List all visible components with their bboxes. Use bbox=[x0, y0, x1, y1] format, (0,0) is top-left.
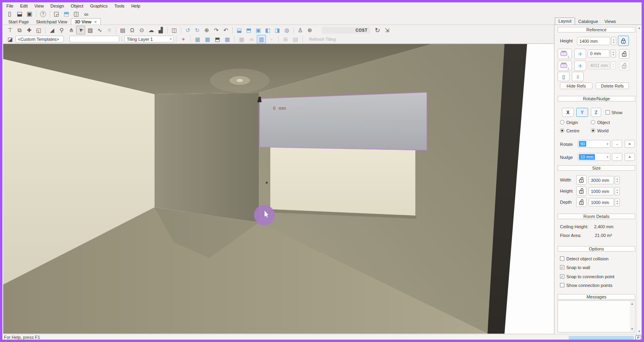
hide-refs-button[interactable]: Hide Refs bbox=[560, 82, 592, 89]
nudge-dropdown[interactable]: 10 mm▾ bbox=[578, 153, 610, 161]
width-lock-button[interactable] bbox=[576, 175, 587, 185]
lasso-select-icon[interactable]: ∿ bbox=[95, 26, 104, 34]
width-input[interactable]: 3000 mm bbox=[589, 176, 614, 184]
axis-y-button[interactable]: Y bbox=[576, 108, 588, 117]
camera-icon[interactable]: ⊙ bbox=[137, 26, 146, 34]
tab-catalogue[interactable]: Catalogue bbox=[575, 18, 601, 25]
copy-view-icon[interactable]: ◫ bbox=[170, 26, 179, 34]
tab-start-page[interactable]: Start Page bbox=[5, 19, 32, 25]
pan-tool-icon[interactable]: ☝ bbox=[105, 26, 114, 34]
position1-button[interactable]: ✛ bbox=[574, 49, 586, 59]
reference-section-header[interactable]: Reference bbox=[558, 27, 635, 32]
save-icon[interactable]: ▣ bbox=[25, 10, 34, 18]
scroll-down-icon[interactable]: ▼ bbox=[631, 327, 634, 331]
wall-pair-button[interactable]: ▯ bbox=[572, 72, 584, 81]
snap-to-wall-checkbox[interactable] bbox=[560, 265, 564, 269]
axis-x-button[interactable]: X bbox=[562, 108, 574, 117]
path-tool-icon[interactable]: ⋔ bbox=[67, 26, 76, 34]
person-view-icon[interactable]: ♙ bbox=[296, 26, 305, 34]
width-spinner[interactable]: ▴▾ bbox=[615, 176, 620, 184]
menu-tools[interactable]: Tools bbox=[114, 4, 124, 8]
menu-view[interactable]: View bbox=[34, 4, 44, 8]
tile-select-icon[interactable]: ▦ bbox=[193, 35, 202, 44]
centre-radio[interactable] bbox=[560, 128, 564, 133]
wall-section-button[interactable]: ▯ bbox=[558, 72, 569, 81]
close-tab-icon[interactable]: × bbox=[94, 19, 97, 24]
nudge-plus-button[interactable]: + bbox=[625, 153, 635, 161]
item-list-icon[interactable]: ▤ bbox=[118, 26, 127, 34]
panel-scrollbar[interactable]: ▲ ▼ bbox=[636, 25, 642, 334]
menu-file[interactable]: File bbox=[6, 4, 13, 8]
menu-design[interactable]: Design bbox=[50, 4, 64, 8]
vr-view-icon[interactable]: ∞ bbox=[81, 10, 91, 18]
view-cube-left-icon[interactable]: ◧ bbox=[263, 26, 272, 34]
duplicate-icon[interactable]: ⧉ bbox=[15, 26, 24, 34]
tab-views[interactable]: Views bbox=[601, 18, 619, 25]
detect-collision-checkbox[interactable] bbox=[560, 256, 564, 261]
room-details-section-header[interactable]: Room Details bbox=[558, 214, 635, 219]
tab-sketchpad-view[interactable]: Sketchpad View bbox=[32, 19, 71, 25]
magic-wand-icon[interactable]: ✦ bbox=[179, 35, 188, 44]
messages-scrollbar[interactable]: ▲ ▼ bbox=[630, 301, 634, 332]
nudge-minus-button[interactable]: - bbox=[612, 153, 622, 161]
depth-input[interactable]: 1000 mm bbox=[589, 198, 614, 206]
cost-field[interactable]: COST bbox=[322, 27, 370, 34]
refresh-cost-icon[interactable]: ↻ bbox=[373, 26, 382, 34]
menu-graphics[interactable]: Graphics bbox=[90, 4, 107, 8]
scroll-down-icon[interactable]: ▼ bbox=[638, 330, 641, 333]
world-view-icon[interactable]: ⊛ bbox=[305, 26, 314, 34]
reference1-spinner[interactable]: ▴▾ bbox=[611, 50, 616, 57]
status-p-badge[interactable]: P bbox=[635, 335, 641, 340]
lighting-icon[interactable]: Ω bbox=[128, 26, 137, 34]
options-section-header[interactable]: Options bbox=[558, 246, 635, 252]
chart-icon[interactable]: ▟ bbox=[156, 26, 165, 34]
position2-button[interactable]: ✛ bbox=[574, 61, 586, 71]
rotate-dropdown[interactable]: 90▾ bbox=[578, 140, 610, 148]
reference1-lock-button[interactable] bbox=[619, 49, 629, 59]
reference1-button[interactable]: 1 bbox=[558, 49, 572, 59]
awning-tool-icon[interactable]: ◢ bbox=[48, 26, 57, 34]
capture-region-icon[interactable]: ◱ bbox=[34, 26, 43, 34]
world-radio[interactable] bbox=[591, 128, 595, 133]
tiling-pattern-icon[interactable]: ▥ bbox=[257, 35, 266, 44]
orbit-ccw-icon[interactable]: ↶ bbox=[221, 26, 230, 34]
sketchpad-view-icon[interactable]: ◫ bbox=[71, 10, 81, 18]
tile-options-icon[interactable]: ▦ bbox=[223, 35, 232, 44]
height-size-spinner[interactable]: ▴▾ bbox=[615, 187, 620, 195]
zoom-orbit-icon[interactable]: ⊕ bbox=[202, 26, 211, 34]
screenshot-view-icon[interactable]: ◲ bbox=[52, 10, 61, 18]
tiling-layer-combo[interactable]: Tiling Layer 1▾ bbox=[124, 36, 174, 42]
height-lock-button[interactable] bbox=[618, 36, 629, 46]
scroll-up-icon[interactable]: ▲ bbox=[638, 26, 641, 30]
tile-cube-icon[interactable]: ⬒ bbox=[213, 35, 222, 44]
show-axis-checkbox[interactable] bbox=[606, 110, 610, 115]
view-cube-iso-icon[interactable]: ◍ bbox=[282, 26, 291, 34]
delete-refs-button[interactable]: Delete Refs bbox=[596, 82, 629, 89]
tile-search-icon[interactable]: ▩ bbox=[203, 35, 212, 44]
walkthrough-icon[interactable]: ⚲ bbox=[57, 26, 66, 34]
messages-section-header[interactable]: Messages bbox=[558, 294, 635, 300]
new-document-icon[interactable]: ▯ bbox=[5, 10, 15, 18]
marquee-select-icon[interactable]: ▧ bbox=[86, 26, 95, 34]
snap-to-connection-checkbox[interactable] bbox=[560, 274, 564, 279]
reference-height-input[interactable]: 1400 mm bbox=[577, 37, 610, 45]
height-size-lock-button[interactable] bbox=[576, 186, 587, 196]
view-cube-front-icon[interactable]: ⬓ bbox=[235, 26, 244, 34]
open-folder-icon[interactable]: ⬓ bbox=[15, 10, 25, 18]
reference2-button[interactable]: 2 bbox=[558, 61, 572, 71]
view-cube-right-icon[interactable]: ◨ bbox=[273, 26, 282, 34]
reference1-offset-input[interactable]: 0 mm bbox=[588, 50, 610, 57]
move-tool-icon[interactable]: ✚ bbox=[25, 26, 34, 34]
3d-view-icon[interactable]: ⬒ bbox=[61, 10, 71, 18]
rotate-nudge-section-header[interactable]: Rotate/Nudge bbox=[558, 96, 635, 101]
rotate-plus-button[interactable]: + bbox=[625, 140, 635, 148]
object-radio[interactable] bbox=[591, 120, 595, 124]
template-search-input[interactable] bbox=[69, 36, 119, 42]
template-combo[interactable]: <Custom Templates> bbox=[15, 36, 64, 42]
view-cube-solid-icon[interactable]: ▣ bbox=[254, 26, 263, 34]
height-size-input[interactable]: 1000 mm bbox=[589, 187, 614, 195]
tab-3d-view[interactable]: 3D View× bbox=[71, 18, 101, 25]
scroll-up-icon[interactable]: ▲ bbox=[631, 302, 634, 306]
view-cube-top-icon[interactable]: ⬒ bbox=[244, 26, 253, 34]
depth-lock-button[interactable] bbox=[576, 197, 587, 207]
